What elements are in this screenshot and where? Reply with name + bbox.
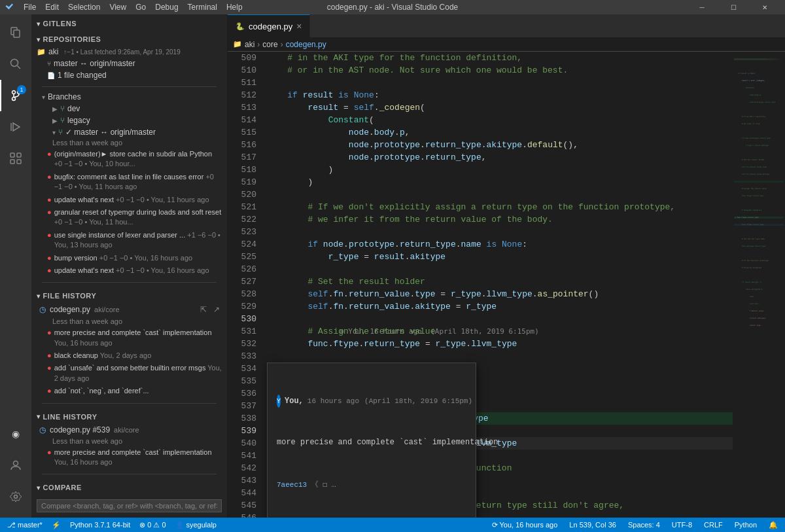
gitlens-header[interactable]: GITLENS bbox=[31, 14, 227, 30]
file-changed-item[interactable]: 📄 1 file changed bbox=[31, 69, 227, 81]
maximize-button[interactable]: ☐ bbox=[718, 0, 748, 14]
code-line: self.fn.return_value.type = r_type.llvm_… bbox=[267, 288, 733, 300]
notification-status[interactable]: 🔔 bbox=[767, 521, 780, 529]
svg-point-13 bbox=[14, 461, 18, 466]
master-branch-expanded[interactable]: ▾ ⑂ ✓ master ↔ origin/master bbox=[31, 126, 227, 138]
menu-edit[interactable]: Edit bbox=[41, 0, 63, 14]
svg-point-4 bbox=[12, 91, 16, 94]
file-history-item-1[interactable]: ● more precise and complete `cast` imple… bbox=[31, 327, 227, 349]
explorer-icon[interactable] bbox=[0, 17, 31, 48]
open-commit-icon[interactable]: ◻ bbox=[323, 479, 327, 491]
blame-status[interactable]: ⟳ You, 16 hours ago bbox=[490, 521, 560, 529]
title-bar: File Edit Selection View Go Debug Termin… bbox=[0, 0, 785, 14]
master-branch-item[interactable]: ⑂ master ↔ origin/master bbox=[31, 58, 227, 69]
breadcrumb-aki[interactable]: aki bbox=[245, 40, 254, 49]
commit-item-4[interactable]: ● granular reset of typemgr during loads… bbox=[31, 206, 227, 229]
external-link-icon[interactable]: ↗ bbox=[211, 304, 222, 315]
line-num: 516 bbox=[233, 139, 256, 151]
cursor-position-status[interactable]: Ln 539, Col 36 bbox=[567, 521, 618, 529]
commit-item-3[interactable]: ● update what's next +0 −1 −0 • You, 11 … bbox=[31, 194, 227, 206]
legacy-branch[interactable]: ▶ ⑂ legacy bbox=[31, 115, 227, 126]
open-file-icon[interactable]: ⇱ bbox=[198, 304, 209, 315]
line-history-item-1[interactable]: ● more precise and complete `cast` imple… bbox=[31, 446, 227, 469]
person-icon: 👤 bbox=[175, 521, 184, 529]
account-icon[interactable] bbox=[0, 450, 31, 481]
file-history-item-2[interactable]: ● black cleanup You, 2 days ago bbox=[31, 349, 227, 362]
minimize-button[interactable]: ─ bbox=[687, 0, 717, 14]
more-icon[interactable]: … bbox=[331, 479, 336, 491]
dev-branch[interactable]: ▶ ⑂ dev bbox=[31, 103, 227, 115]
commit-item-2[interactable]: ● bugfix: comment as last line in file c… bbox=[31, 171, 227, 194]
commit-text: more precise and complete `cast` impleme… bbox=[54, 448, 222, 468]
commit-item-6[interactable]: ● bump version +0 −1 −0 • You, 16 hours … bbox=[31, 252, 227, 264]
svg-rect-1 bbox=[14, 30, 20, 37]
repositories-header[interactable]: REPOSITORIES bbox=[31, 30, 227, 46]
settings-icon[interactable] bbox=[0, 481, 31, 512]
menu-file[interactable]: File bbox=[20, 0, 40, 14]
source-control-badge: 1 bbox=[17, 85, 26, 94]
blame-header: Y You, 16 hours ago (April 18th, 2019 6:… bbox=[277, 395, 466, 408]
compare-header[interactable]: COMPARE bbox=[31, 478, 227, 494]
error-count-status[interactable]: ⊗ 0 ⚠ 0 bbox=[137, 521, 167, 529]
encoding-status[interactable]: UTF-8 bbox=[670, 521, 694, 529]
commit-error-icon: ● bbox=[47, 173, 52, 181]
line-num: 546 bbox=[233, 512, 256, 518]
branches-header-item[interactable]: ▾ Branches bbox=[31, 91, 227, 103]
svg-point-14 bbox=[14, 495, 18, 499]
run-icon[interactable] bbox=[0, 111, 31, 143]
tabs-bar: 🐍 codegen.py × bbox=[228, 14, 785, 37]
repo-item[interactable]: 📁 aki ↑−1 • Last fetched 9:26am, Apr 19,… bbox=[31, 46, 227, 58]
compare-input[interactable] bbox=[37, 499, 222, 512]
svg-marker-7 bbox=[13, 123, 20, 131]
breadcrumb-file[interactable]: codegen.py bbox=[286, 40, 326, 49]
breadcrumb-sep-1: › bbox=[257, 40, 260, 49]
expand-icon: ▶ bbox=[52, 105, 58, 113]
cursor-position-label: Ln 539, Col 36 bbox=[569, 521, 616, 529]
commit-item-7[interactable]: ● update what's next +0 −1 −0 • You, 16 … bbox=[31, 264, 227, 277]
tab-codegen[interactable]: 🐍 codegen.py × bbox=[228, 14, 310, 37]
sync-status[interactable]: ⚡ bbox=[50, 521, 63, 529]
code-line: if node.prototype.return_type.name is No… bbox=[267, 238, 733, 251]
code-line: node.prototype.return_type, bbox=[267, 151, 733, 164]
extensions-icon[interactable] bbox=[0, 143, 31, 174]
commit-item-1[interactable]: ● (origin/master)► store cache in subdir… bbox=[31, 148, 227, 171]
line-num: 520 bbox=[233, 188, 256, 201]
indent-status[interactable]: Spaces: 4 bbox=[626, 521, 662, 529]
line-history-header[interactable]: LINE HISTORY bbox=[31, 408, 227, 423]
gitlens-bottom-icon[interactable]: ◉ bbox=[0, 418, 31, 450]
menu-terminal[interactable]: Terminal bbox=[184, 0, 221, 14]
language-label: Python bbox=[735, 521, 757, 529]
file-history-header[interactable]: FILE HISTORY bbox=[31, 287, 227, 302]
commit-item-5[interactable]: ● use single instance of lexer and parse… bbox=[31, 229, 227, 252]
close-button[interactable]: ✕ bbox=[750, 0, 780, 14]
menu-debug[interactable]: Debug bbox=[151, 0, 182, 14]
status-bar-right: ⟳ You, 16 hours ago Ln 539, Col 36 Space… bbox=[490, 521, 780, 529]
menu-view[interactable]: View bbox=[105, 0, 130, 14]
blame-sha[interactable]: 7aeec13 bbox=[277, 479, 307, 491]
repo-sync-info: ↑−1 • Last fetched 9:26am, Apr 19, 2019 bbox=[63, 48, 180, 56]
branch-status[interactable]: ⎇ master* bbox=[5, 521, 44, 529]
svg-rect-9 bbox=[10, 153, 14, 157]
file-history-item-4[interactable]: ● add `not`, `neg`, and `deref`... bbox=[31, 385, 227, 397]
commit-error-icon: ● bbox=[47, 208, 52, 216]
activity-bar: 1 ◉ bbox=[0, 14, 31, 518]
person-status[interactable]: 👤 syegulalp bbox=[173, 521, 218, 529]
dev-label: dev bbox=[67, 104, 80, 113]
language-mode-status[interactable]: Python bbox=[733, 521, 759, 529]
breadcrumb-core[interactable]: core bbox=[262, 40, 277, 49]
file-history-item-3[interactable]: ● add `unsafe` and some better builtin e… bbox=[31, 362, 227, 385]
source-control-icon[interactable]: 1 bbox=[0, 80, 31, 111]
copy-sha-icon[interactable]: 《 bbox=[311, 479, 319, 491]
editor-area: 🐍 codegen.py × 📁 aki › core › codegen.py… bbox=[228, 14, 785, 518]
menu-go[interactable]: Go bbox=[131, 0, 150, 14]
menu-selection[interactable]: Selection bbox=[64, 0, 104, 14]
error-count: 0 bbox=[147, 521, 151, 529]
menu-help[interactable]: Help bbox=[222, 0, 247, 14]
commit-text: update what's next +0 −1 −0 • You, 16 ho… bbox=[54, 266, 222, 275]
tab-close-icon[interactable]: × bbox=[296, 22, 302, 31]
line-ending-status[interactable]: CRLF bbox=[702, 521, 725, 529]
file-changed-label: 1 file changed bbox=[58, 71, 107, 80]
search-icon[interactable] bbox=[0, 48, 31, 80]
python-version-status[interactable]: Python 3.7.1 64-bit bbox=[68, 521, 132, 529]
code-content[interactable]: # in the AKI type for the function defin… bbox=[262, 52, 733, 518]
